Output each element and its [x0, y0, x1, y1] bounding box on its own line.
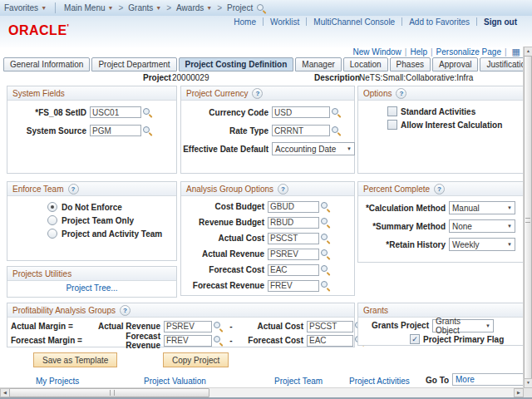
system-source-label: System Source: [7, 126, 90, 135]
multichannel-console-link[interactable]: MultiChannel Console: [307, 17, 401, 27]
horizontal-scrollbar[interactable]: ◀ ▶: [0, 387, 524, 397]
lookup-icon[interactable]: [320, 217, 331, 228]
project-primary-flag-checkbox[interactable]: [410, 334, 420, 344]
lookup-icon[interactable]: [331, 126, 342, 136]
currency-code-input[interactable]: [272, 106, 330, 118]
add-to-favorites-link[interactable]: Add to Favorites: [402, 17, 476, 27]
tab-approval[interactable]: Approval: [432, 57, 478, 71]
lookup-icon[interactable]: [320, 264, 331, 275]
breadcrumb-project[interactable]: Project: [223, 3, 270, 13]
sign-out-link[interactable]: Sign out: [477, 17, 524, 27]
copy-project-button[interactable]: Copy Project: [163, 352, 229, 367]
standard-activities-checkbox[interactable]: [387, 106, 397, 116]
analysis-group-options-header: Analysis Group Options ?: [181, 182, 354, 196]
project-tree-link[interactable]: Project Tree...: [66, 283, 117, 293]
vertical-scrollbar[interactable]: ▲ ▼: [523, 47, 532, 388]
forecast-cost-input[interactable]: [307, 335, 353, 347]
field-row: Revenue Budget: [181, 214, 354, 230]
revenue-budget-label: Revenue Budget: [181, 218, 268, 227]
system-fields-box: System Fields *FS_08 SetID System Source: [7, 86, 177, 174]
help-icon[interactable]: ?: [68, 184, 79, 195]
actual-revenue-input[interactable]: [164, 321, 212, 332]
personalize-layout-icon[interactable]: ▦: [512, 47, 520, 57]
forecast-revenue-input[interactable]: [268, 280, 319, 292]
options-box: Options ? Standard Activities Allow Inte…: [357, 86, 525, 174]
search-icon[interactable]: [256, 3, 266, 13]
scroll-right-arrow[interactable]: ▶: [514, 388, 524, 397]
lookup-icon[interactable]: [320, 233, 331, 244]
tab-project-department[interactable]: Project Department: [91, 57, 176, 71]
help-icon[interactable]: ?: [252, 88, 263, 99]
do-not-enforce-label: Do Not Enforce: [62, 203, 122, 212]
scroll-down-arrow[interactable]: ▼: [524, 378, 532, 388]
cost-budget-input[interactable]: [268, 201, 319, 213]
effective-date-default-select[interactable]: Accounting Date ▼: [272, 142, 355, 155]
calculation-method-select[interactable]: Manual ▼: [449, 201, 515, 214]
tab-justification[interactable]: Justification: [480, 57, 525, 71]
group-title: Percent Complete: [363, 185, 430, 194]
project-valuation-link[interactable]: Project Valuation: [144, 377, 206, 386]
divider: [55, 2, 56, 13]
project-team-link[interactable]: Project Team: [274, 377, 323, 386]
horizontal-scroll-thumb[interactable]: [9, 388, 209, 397]
separator: |: [501, 47, 510, 57]
lookup-icon[interactable]: [320, 249, 331, 259]
system-source-input[interactable]: [90, 125, 141, 136]
help-icon[interactable]: ?: [396, 88, 406, 99]
retain-history-select[interactable]: Weekly ▼: [449, 238, 515, 251]
lookup-icon[interactable]: [331, 107, 342, 118]
new-window-link[interactable]: New Window: [352, 47, 401, 57]
help-link[interactable]: Help: [410, 47, 427, 57]
rate-type-input[interactable]: [272, 125, 330, 136]
tab-general-information[interactable]: General Information: [3, 57, 90, 71]
help-icon[interactable]: ?: [278, 184, 288, 195]
vertical-scroll-thumb[interactable]: [524, 56, 532, 379]
retain-history-label: *Retain History: [358, 240, 449, 249]
percent-complete-box: Percent Complete ? *Calculation Method M…: [357, 181, 525, 263]
lookup-icon[interactable]: [213, 321, 224, 332]
percent-complete-header: Percent Complete ?: [358, 182, 525, 196]
project-activities-link[interactable]: Project Activities: [349, 377, 410, 386]
field-row: Forecast Cost: [181, 262, 354, 278]
project-currency-box: Project Currency ? Currency Code Rate Ty…: [180, 86, 355, 174]
lookup-icon[interactable]: [320, 201, 331, 212]
favorites-menu[interactable]: Favorites ▼: [0, 3, 51, 12]
allow-interest-calculation-checkbox[interactable]: [387, 120, 397, 130]
forecast-cost-input[interactable]: [268, 264, 319, 276]
lookup-icon[interactable]: [142, 107, 153, 118]
actual-cost-input[interactable]: [268, 233, 319, 244]
personalize-page-link[interactable]: Personalize Page: [436, 47, 501, 57]
breadcrumb-grants[interactable]: Grants ▼: [124, 3, 165, 12]
my-projects-link[interactable]: My Projects: [36, 377, 79, 386]
fs08-setid-input[interactable]: [90, 106, 141, 118]
tab-project-costing-definition[interactable]: Project Costing Definition: [179, 57, 294, 71]
grants-project-select[interactable]: Grants Object ▼: [432, 319, 494, 332]
lookup-icon[interactable]: [320, 280, 331, 291]
worklist-link[interactable]: Worklist: [264, 17, 306, 27]
tab-manager[interactable]: Manager: [295, 57, 341, 71]
breadcrumb-awards-label: Awards: [176, 3, 204, 12]
chevron-down-icon: ▼: [155, 5, 161, 11]
home-link[interactable]: Home: [227, 17, 263, 27]
goto-more-select[interactable]: More: [452, 373, 530, 386]
forecast-revenue-label: Forecast Revenue: [90, 332, 164, 350]
main-menu[interactable]: Main Menu ▼: [60, 3, 117, 12]
help-icon[interactable]: ?: [120, 305, 131, 316]
group-title: Enforce Team: [12, 185, 64, 194]
project-and-activity-team-radio[interactable]: [47, 229, 57, 239]
revenue-budget-input[interactable]: [268, 217, 319, 229]
project-team-only-radio[interactable]: [47, 215, 57, 225]
project-label: Project: [143, 73, 171, 82]
do-not-enforce-radio[interactable]: [47, 202, 57, 212]
actual-revenue-input[interactable]: [268, 249, 319, 260]
tab-location[interactable]: Location: [343, 57, 388, 71]
help-icon[interactable]: ?: [434, 184, 445, 195]
actual-cost-input[interactable]: [307, 321, 353, 332]
summary-method-select[interactable]: None ▼: [449, 219, 515, 233]
forecast-revenue-input[interactable]: [164, 335, 212, 347]
breadcrumb-awards[interactable]: Awards ▼: [172, 3, 216, 12]
tab-phases[interactable]: Phases: [390, 57, 431, 71]
lookup-icon[interactable]: [213, 335, 224, 346]
save-as-template-button[interactable]: Save as Template: [33, 352, 117, 367]
lookup-icon[interactable]: [142, 126, 153, 136]
